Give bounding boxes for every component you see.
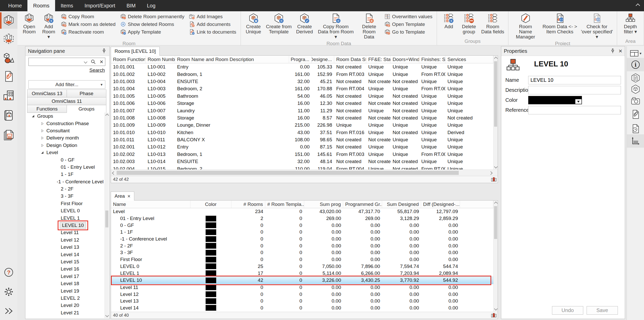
tree-item-2-2f[interactable]: 2 - 2F bbox=[26, 185, 105, 193]
area-column-sum-designed[interactable]: Sum Designed bbox=[382, 201, 421, 208]
tree-scrollbar[interactable] bbox=[105, 113, 109, 318]
ribbon-button-mark-room-as-deleted[interactable]: ×Mark room as deleted bbox=[61, 21, 116, 27]
ribbon-collapse-button[interactable] bbox=[636, 4, 639, 8]
tree-item-groups[interactable]: Groups bbox=[26, 113, 105, 120]
collapsed-icon[interactable] bbox=[39, 144, 45, 147]
rooms-table-row[interactable]: 10.02.003L10-014ENSUITE32.0048.14Not cre… bbox=[111, 158, 493, 165]
rooms-table-row[interactable]: 10.02.002L10-013Bedroom, 1151.00145.61Fr… bbox=[111, 151, 493, 158]
filter-tab-functions[interactable]: Functions bbox=[27, 105, 67, 113]
area-table-row[interactable]: -1 - Conference Level000.000.000.000.00 bbox=[111, 236, 493, 243]
area-column-color[interactable]: Color bbox=[190, 201, 231, 208]
tree-item-level-11[interactable]: Level 11 bbox=[26, 229, 105, 236]
area-tab[interactable]: Area × bbox=[111, 192, 134, 201]
rooms-column-services[interactable]: Services bbox=[445, 56, 493, 63]
ribbon-button-create-derived[interactable]: ✓Create Derived bbox=[294, 12, 315, 35]
ribbon-button-room-data-item-checks[interactable]: 1:1Room Data <- > Item Checks bbox=[540, 12, 579, 35]
sidebar-item-buildings[interactable] bbox=[0, 88, 17, 103]
filter-tab-omniclass-11[interactable]: OmniClass 11 bbox=[27, 97, 106, 105]
color-dropdown-icon[interactable] bbox=[575, 99, 581, 104]
rooms-table-row[interactable]: 10.02.001L10-012Entry0.0087.15Not create… bbox=[111, 143, 493, 151]
level-color-swatch[interactable] bbox=[206, 257, 216, 263]
sidebar-item-expand[interactable] bbox=[0, 304, 17, 318]
ribbon-button-copy-room[interactable]: -Copy Room bbox=[61, 14, 116, 19]
rooms-vertical-scrollbar[interactable] bbox=[493, 56, 498, 169]
ribbon-button-go-to-template[interactable]: →Go to Template bbox=[384, 29, 432, 35]
rooms-tab[interactable]: Rooms [LEVEL 10] bbox=[111, 47, 160, 56]
rooms-horizontal-scrollbar[interactable] bbox=[111, 169, 498, 176]
area-table-row[interactable]: Level 14000.000.000.000.00 bbox=[111, 305, 493, 312]
rooms-column-room-data-stat[interactable]: Room Data Stat... bbox=[334, 56, 366, 63]
sidebar-item-settings[interactable] bbox=[0, 285, 17, 299]
tree-item-level-18[interactable]: Level 18 bbox=[26, 280, 105, 287]
undo-button[interactable]: Undo bbox=[552, 306, 583, 315]
rooms-column-doors-window[interactable]: Doors+Window... bbox=[391, 56, 419, 63]
ribbon-button-room-name-manager[interactable]: Room Name Manager bbox=[510, 12, 541, 40]
tree-item-construction-phase[interactable]: Construction Phase bbox=[26, 120, 105, 127]
ribbon-button-show-deleted-rooms[interactable]: Show deleted Rooms bbox=[120, 21, 185, 27]
rooms-column-progra[interactable]: Progra... bbox=[289, 56, 312, 63]
rooms-column-room-function[interactable]: Room Function #: bbox=[111, 56, 146, 63]
collapsed-icon[interactable] bbox=[39, 136, 45, 139]
save-button[interactable]: Save bbox=[587, 306, 618, 315]
ribbon-button-reactivate-room[interactable]: ↻Reactivate room bbox=[61, 29, 116, 35]
ribbon-button-add-images[interactable]: +Add Images bbox=[189, 14, 236, 19]
level-color-swatch[interactable] bbox=[206, 250, 216, 256]
ribbon-button-room-data-fields[interactable]: ΣAΣBΣCRoom Data fields bbox=[479, 12, 506, 35]
scroll-right-icon[interactable] bbox=[489, 171, 493, 175]
right-sidebar-item-attachments[interactable] bbox=[627, 108, 644, 121]
collapsed-icon[interactable] bbox=[39, 122, 45, 125]
area-vscrollbar-thumb[interactable] bbox=[494, 206, 497, 239]
search-icon[interactable] bbox=[89, 59, 98, 65]
expanded-icon[interactable] bbox=[39, 151, 45, 154]
area-table-row[interactable]: First Floor000.000.000.000.00 bbox=[111, 256, 493, 263]
area-column-programmed-gr[interactable]: Programmed Gr... bbox=[343, 201, 382, 208]
rooms-table-row[interactable]: 10.01.004L10-003Bedroom, 2161.00170.88Fr… bbox=[111, 85, 493, 92]
area-table-row[interactable]: 01 - Entry Level20269.00269.003,128.292,… bbox=[111, 215, 493, 222]
tree-item-first-floor[interactable]: First Floor bbox=[26, 200, 105, 207]
right-sidebar-item-info[interactable]: i bbox=[627, 58, 644, 71]
tree-item-0-gf[interactable]: 0 - GF bbox=[26, 156, 105, 163]
tab-home[interactable]: Home bbox=[3, 0, 27, 11]
ribbon-button-delete-room-data[interactable]: ×Delete Room Data bbox=[356, 12, 382, 40]
right-sidebar-item-bim-model[interactable] bbox=[627, 83, 644, 96]
rooms-table-row[interactable]: 10.01.009L10-009Lounge, Dinner215.00226.… bbox=[111, 122, 493, 129]
level-color-swatch[interactable] bbox=[206, 229, 216, 235]
rooms-table-row[interactable]: 10.01.011L10-011BALCONY X108.0098.65Not … bbox=[111, 136, 493, 143]
rooms-vscrollbar-thumb[interactable] bbox=[494, 61, 497, 127]
area-column-name[interactable]: Name bbox=[111, 201, 190, 208]
tab-bim[interactable]: BIM bbox=[121, 0, 141, 11]
tree-item-level-21[interactable]: Level 21 bbox=[26, 309, 105, 316]
tab-log[interactable]: Log bbox=[141, 0, 161, 11]
tree-item-3-3f[interactable]: 3 - 3F bbox=[26, 193, 105, 200]
rooms-column-room-name-and-room-description[interactable]: Room Name and Room Description bbox=[175, 56, 289, 63]
ribbon-button-copy-room-data-from-room[interactable]: =Copy Room Data from Room ▾ bbox=[315, 12, 356, 40]
rooms-table-row[interactable]: 10.01.005L10-005Bathroom54.0046.05Not cr… bbox=[111, 93, 493, 100]
tree-item-design-option[interactable]: Design Option bbox=[26, 142, 105, 149]
ribbon-button-open-room[interactable]: Open Room bbox=[19, 12, 39, 35]
description-field[interactable] bbox=[528, 86, 621, 94]
area-table-row[interactable]: Level234043,020.0047,317.7055,817.0912,7… bbox=[111, 208, 493, 215]
area-table-row[interactable]: LEVEL 11705,114.006,266.007,203.942,089.… bbox=[111, 270, 493, 277]
scroll-up-icon[interactable] bbox=[494, 57, 498, 60]
area-table-row[interactable]: 3 - 3F000.000.000.000.00 bbox=[111, 249, 493, 256]
ribbon-button-depth-filter[interactable]: Depth filter ▾ bbox=[619, 12, 642, 35]
scroll-down-icon[interactable] bbox=[494, 307, 498, 311]
rooms-column-finishes-status[interactable]: Finishes: Status bbox=[419, 56, 445, 63]
area-table-row[interactable]: Level 13000.000.000.000.00 bbox=[111, 298, 493, 305]
scroll-down-icon[interactable] bbox=[494, 165, 498, 168]
right-sidebar-item-area-overview[interactable] bbox=[627, 134, 644, 148]
tree-item-1-conference-level[interactable]: -1 - Conference Level bbox=[26, 178, 105, 185]
area-table-row[interactable]: 0 - GF000.000.000.000.00 bbox=[111, 222, 493, 229]
add-filter-button[interactable]: Add filter... ▾ bbox=[28, 80, 105, 89]
close-panel-icon[interactable]: × bbox=[619, 48, 622, 54]
level-color-swatch[interactable] bbox=[206, 284, 216, 290]
sidebar-item-rooms[interactable] bbox=[0, 12, 17, 29]
area-vertical-scrollbar[interactable] bbox=[493, 201, 498, 312]
rooms-table-row[interactable]: 10.01.010L10-010Kitchen43.0037.51From RT… bbox=[111, 129, 493, 136]
scroll-up-icon[interactable] bbox=[105, 114, 109, 117]
tree-item-level-12[interactable]: Level 12 bbox=[26, 236, 105, 244]
level-color-swatch[interactable] bbox=[206, 291, 216, 297]
area-column-rooms[interactable]: # Rooms bbox=[231, 201, 265, 208]
level-color-swatch[interactable] bbox=[206, 298, 216, 304]
level-color-swatch[interactable] bbox=[206, 263, 216, 269]
